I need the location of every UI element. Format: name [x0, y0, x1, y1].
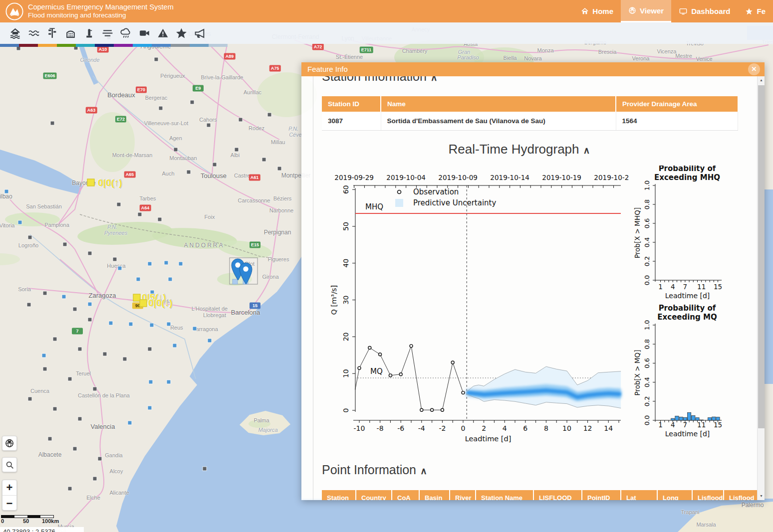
station-marker-blue[interactable]: [208, 339, 212, 343]
station-marker-blue[interactable]: [148, 406, 152, 410]
station-marker-grey[interactable]: [88, 252, 92, 255]
station-marker-blue[interactable]: [173, 344, 177, 348]
station-marker-grey[interactable]: [43, 292, 47, 295]
station-marker-grey[interactable]: [78, 417, 82, 421]
station-marker-grey[interactable]: [28, 236, 32, 239]
station-marker-grey[interactable]: [213, 163, 217, 167]
station-marker-blue[interactable]: [165, 261, 168, 265]
station-marker-grey[interactable]: [93, 477, 97, 481]
station-marker-grey[interactable]: [93, 387, 97, 391]
station-marker-grey[interactable]: [103, 353, 107, 356]
station-marker-grey[interactable]: [174, 148, 178, 152]
scrollbar-down-icon[interactable]: ▼: [758, 492, 765, 500]
station-marker-grey[interactable]: [73, 447, 77, 451]
close-icon[interactable]: ✕: [748, 63, 760, 75]
station-marker-grey[interactable]: [68, 487, 72, 491]
station-marker-blue[interactable]: [42, 354, 46, 357]
station-marker-blue[interactable]: [137, 278, 140, 281]
dialog-scrollbar[interactable]: ▲ ▼: [757, 76, 765, 500]
station-marker-blue[interactable]: [179, 262, 183, 266]
camera-icon[interactable]: [135, 24, 154, 42]
station-marker-grey[interactable]: [155, 58, 158, 61]
station-marker-blue[interactable]: [128, 421, 132, 425]
scrollbar-thumb[interactable]: [758, 85, 765, 428]
station-marker-grey[interactable]: [239, 118, 243, 122]
megaphone-icon[interactable]: [191, 24, 209, 42]
point-information-heading[interactable]: Point Information∧: [322, 463, 427, 477]
station-marker-grey[interactable]: [207, 124, 211, 127]
zoom-out-button[interactable]: −: [2, 496, 16, 511]
station-marker-grey[interactable]: [191, 101, 194, 104]
nav-item-dashboard[interactable]: Dashboard: [671, 0, 738, 22]
station-marker-grey[interactable]: [88, 318, 92, 322]
station-marker-grey[interactable]: [117, 203, 121, 206]
warning-icon[interactable]: [154, 24, 172, 42]
flood-house-icon[interactable]: [6, 24, 24, 42]
point-table-header-cell: Station Name: [476, 490, 533, 500]
station-marker-blue[interactable]: [150, 324, 154, 327]
station-marker-blue[interactable]: [167, 323, 171, 326]
station-marker-grey[interactable]: [17, 47, 20, 50]
station-marker-grey[interactable]: [278, 167, 281, 171]
station-marker-grey[interactable]: [51, 122, 54, 125]
map-search-button[interactable]: [2, 457, 17, 472]
nav-item-viewer[interactable]: Viewer: [621, 0, 671, 22]
station-table-row[interactable]: 3087Sortida d'Embassament de Sau (Vilano…: [322, 112, 738, 131]
app-root: AngoulêmeLimogesClermont-FerrandLyonVill…: [0, 0, 773, 532]
warning-station-marker[interactable]: [87, 179, 95, 186]
station-marker-grey[interactable]: [53, 338, 57, 341]
reservoir-icon[interactable]: [61, 24, 80, 42]
station-marker-grey[interactable]: [235, 148, 239, 152]
station-marker-blue[interactable]: [169, 278, 172, 281]
station-marker-grey[interactable]: [43, 367, 47, 371]
nav-item-home[interactable]: Home: [573, 0, 621, 22]
station-marker-blue[interactable]: [88, 303, 92, 306]
dialog-titlebar[interactable]: Feature Info ✕: [301, 62, 765, 76]
station-marker-blue[interactable]: [18, 221, 22, 224]
station-marker-grey[interactable]: [268, 113, 271, 117]
station-information-heading[interactable]: Station Information∧: [322, 76, 438, 84]
station-marker-grey[interactable]: [27, 303, 31, 307]
nav-item-feedback[interactable]: Fe: [738, 0, 773, 22]
station-marker-grey[interactable]: [159, 107, 163, 110]
warning-station-marker[interactable]: [140, 300, 147, 307]
station-marker-grey[interactable]: [48, 437, 52, 441]
station-marker-grey[interactable]: [262, 158, 266, 162]
svg-text:0.8: 0.8: [643, 339, 651, 350]
station-marker-grey[interactable]: [63, 243, 67, 246]
station-marker-blue[interactable]: [167, 380, 171, 384]
hydrograph-heading[interactable]: Real-Time Hydrograph∧: [301, 142, 737, 157]
levels-icon[interactable]: [98, 24, 117, 42]
station-marker-blue[interactable]: [109, 322, 113, 325]
station-marker-grey[interactable]: [113, 258, 117, 261]
basemap-globe-button[interactable]: [2, 436, 17, 451]
station-marker-blue[interactable]: [193, 327, 197, 331]
hydro-station-icon[interactable]: [43, 24, 61, 42]
station-marker-grey[interactable]: [123, 357, 127, 361]
station-marker-grey[interactable]: [28, 397, 32, 401]
station-marker-grey[interactable]: [187, 171, 191, 174]
station-marker-blue[interactable]: [148, 262, 152, 266]
station-marker-grey[interactable]: [53, 407, 57, 411]
svg-text:0.6: 0.6: [643, 218, 651, 229]
station-marker-grey[interactable]: [73, 308, 77, 311]
station-marker-blue[interactable]: [129, 323, 133, 326]
star-icon[interactable]: [172, 24, 191, 42]
station-marker-grey[interactable]: [138, 213, 142, 216]
station-marker-blue[interactable]: [5, 190, 8, 193]
station-marker-grey[interactable]: [68, 377, 72, 381]
zoom-in-button[interactable]: +: [2, 480, 16, 496]
station-marker-blue[interactable]: [118, 267, 122, 270]
station-marker-grey[interactable]: [203, 467, 207, 471]
legend-strip-segment-7: [133, 44, 152, 47]
waves-icon[interactable]: [24, 24, 43, 42]
station-marker-grey[interactable]: [158, 218, 162, 221]
station-marker-grey[interactable]: [98, 457, 102, 461]
station-marker-blue[interactable]: [149, 380, 153, 384]
station-marker-grey[interactable]: [148, 348, 152, 351]
water-gauge-icon[interactable]: [80, 24, 98, 42]
station-marker-grey[interactable]: [78, 348, 82, 351]
rain-cloud-icon[interactable]: [117, 24, 135, 42]
scrollbar-up-icon[interactable]: ▲: [758, 76, 765, 84]
station-marker-blue[interactable]: [62, 295, 66, 299]
